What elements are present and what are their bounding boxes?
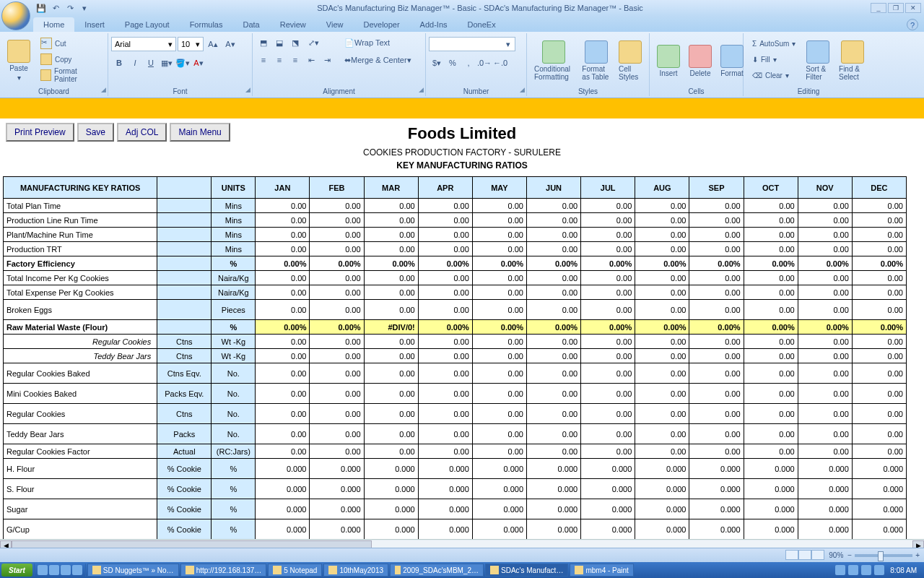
cell-value[interactable]: 0.00 xyxy=(635,349,689,363)
cell-value[interactable]: 0.00 xyxy=(852,363,906,384)
italic-button[interactable]: I xyxy=(127,56,143,70)
currency-button[interactable]: $▾ xyxy=(429,56,445,70)
cell-value[interactable]: 0.00 xyxy=(364,213,418,228)
cell-value[interactable]: 0.00 xyxy=(744,213,798,228)
cell-value[interactable]: 0.00% xyxy=(418,320,472,335)
cell-value[interactable]: 0.00 xyxy=(798,363,852,384)
cell-value[interactable]: 0.00 xyxy=(364,444,418,459)
cell-value[interactable]: 0.000 xyxy=(581,499,635,519)
cell-value[interactable]: 0.00 xyxy=(581,242,635,256)
cell-value[interactable]: 0.00 xyxy=(472,228,526,242)
minimize-button[interactable]: _ xyxy=(871,3,886,13)
cell-value[interactable]: 0.00 xyxy=(852,349,906,363)
zoom-in-button[interactable]: + xyxy=(915,551,920,559)
cell-value[interactable]: 0.00 xyxy=(310,444,364,459)
cell-value[interactable]: 0.00 xyxy=(310,384,364,404)
cell-value[interactable]: 0.00 xyxy=(852,424,906,444)
cell-value[interactable]: 0.00 xyxy=(418,300,472,320)
cell-value[interactable]: 0.000 xyxy=(364,479,418,499)
help-icon[interactable]: ? xyxy=(907,19,918,30)
cell-value[interactable]: 0.00 xyxy=(364,335,418,349)
cell-value[interactable]: 0.00 xyxy=(798,228,852,242)
cell-value[interactable]: 0.000 xyxy=(635,479,689,499)
delete-cells-button[interactable]: Delete xyxy=(684,35,716,87)
cell-value[interactable]: 0.00 xyxy=(418,404,472,424)
table-row[interactable]: Plant/Machine Run TimeMins0.000.000.000.… xyxy=(4,228,907,242)
cell-value[interactable]: 0.00 xyxy=(256,404,310,424)
cell-value[interactable]: 0.000 xyxy=(364,459,418,479)
table-row[interactable]: Regular CookiesCtnsNo.0.000.000.000.000.… xyxy=(4,404,907,424)
cell-value[interactable]: 0.00 xyxy=(310,335,364,349)
taskbar-item[interactable]: SDAc's Manufact… xyxy=(485,564,568,577)
taskbar-item[interactable]: http://192.168.137… xyxy=(180,564,267,577)
tab-add-ins[interactable]: Add-Ins xyxy=(410,17,458,32)
cell-value[interactable]: 0.000 xyxy=(310,479,364,499)
cell-value[interactable]: 0.000 xyxy=(310,519,364,540)
cell-value[interactable]: 0.00 xyxy=(581,404,635,424)
cell-value[interactable]: 0.00 xyxy=(798,271,852,285)
cell-value[interactable]: 0.000 xyxy=(527,499,581,519)
table-row[interactable]: Total Expense Per Kg CookiesNaira/Kg0.00… xyxy=(4,285,907,300)
cell-value[interactable]: 0.00 xyxy=(418,199,472,213)
tab-doneex[interactable]: DoneEx xyxy=(458,17,506,32)
cell-value[interactable]: 0.00 xyxy=(310,242,364,256)
cell-value[interactable]: 0.00 xyxy=(798,384,852,404)
cell-value[interactable]: 0.00 xyxy=(472,335,526,349)
table-row[interactable]: G/Cup% Cookie%0.0000.0000.0000.0000.0000… xyxy=(4,519,907,540)
cell-value[interactable]: 0.00 xyxy=(472,424,526,444)
cell-value[interactable]: 0.000 xyxy=(256,499,310,519)
taskbar-item[interactable]: 5 Notepad xyxy=(268,564,322,577)
sort-filter-button[interactable]: Sort & Filter xyxy=(801,35,834,87)
cell-value[interactable]: 0.00 xyxy=(527,349,581,363)
font-name-select[interactable]: Arial▾ xyxy=(111,37,176,51)
quick-launch[interactable] xyxy=(34,564,86,577)
cell-value[interactable]: 0.00 xyxy=(744,271,798,285)
cell-value[interactable]: 0.00 xyxy=(256,349,310,363)
table-row[interactable]: Total Plan TimeMins0.000.000.000.000.000… xyxy=(4,199,907,213)
cell-value[interactable]: 0.00 xyxy=(472,199,526,213)
cell-value[interactable]: 0.00% xyxy=(635,256,689,271)
autosum-button[interactable]: Σ AutoSum ▾ xyxy=(749,36,798,51)
cell-value[interactable]: 0.00 xyxy=(798,404,852,424)
adj-col-button[interactable]: Adj COL xyxy=(117,123,167,142)
cell-value[interactable]: 0.00 xyxy=(310,300,364,320)
cell-value[interactable]: 0.00 xyxy=(256,242,310,256)
cell-value[interactable]: 0.00 xyxy=(744,444,798,459)
table-row[interactable]: Production Line Run TimeMins0.000.000.00… xyxy=(4,213,907,228)
cell-value[interactable]: 0.000 xyxy=(689,459,744,479)
cell-value[interactable]: 0.00 xyxy=(310,228,364,242)
table-row[interactable]: Production TRTMins0.000.000.000.000.000.… xyxy=(4,242,907,256)
cell-value[interactable]: 0.00 xyxy=(364,424,418,444)
cell-value[interactable]: 0.000 xyxy=(364,499,418,519)
cell-value[interactable]: 0.00 xyxy=(364,384,418,404)
cell-value[interactable]: 0.00 xyxy=(635,384,689,404)
cell-value[interactable]: 0.00 xyxy=(635,271,689,285)
cell-value[interactable]: 0.00 xyxy=(527,424,581,444)
tray-icon[interactable] xyxy=(874,565,884,575)
zoom-slider[interactable] xyxy=(855,554,912,557)
cell-value[interactable]: 0.000 xyxy=(418,499,472,519)
align-center-button[interactable]: ≡ xyxy=(271,53,287,67)
table-row[interactable]: H. Flour% Cookie%0.0000.0000.0000.0000.0… xyxy=(4,459,907,479)
cell-value[interactable]: 0.00 xyxy=(418,213,472,228)
cell-value[interactable]: 0.00 xyxy=(364,285,418,300)
cell-value[interactable]: 0.00 xyxy=(310,363,364,384)
cell-value[interactable]: 0.00 xyxy=(689,213,744,228)
table-row[interactable]: Total Income Per Kg CookiesNaira/Kg0.000… xyxy=(4,271,907,285)
cell-value[interactable]: 0.000 xyxy=(852,499,906,519)
cell-value[interactable]: 0.00 xyxy=(256,213,310,228)
tab-data[interactable]: Data xyxy=(232,17,269,32)
cell-value[interactable]: 0.00 xyxy=(527,242,581,256)
cell-value[interactable]: 0.00 xyxy=(310,285,364,300)
cell-value[interactable]: 0.00% xyxy=(256,256,310,271)
cell-value[interactable]: 0.00 xyxy=(364,242,418,256)
cell-value[interactable]: 0.00 xyxy=(798,213,852,228)
cell-value[interactable]: 0.00 xyxy=(744,404,798,424)
cell-value[interactable]: 0.00 xyxy=(364,228,418,242)
cell-value[interactable]: 0.00% xyxy=(852,256,906,271)
cell-value[interactable]: 0.00 xyxy=(852,300,906,320)
cell-value[interactable]: 0.000 xyxy=(581,519,635,540)
cell-value[interactable]: 0.00% xyxy=(364,256,418,271)
cell-value[interactable]: 0.00 xyxy=(472,213,526,228)
cell-value[interactable]: 0.00 xyxy=(689,228,744,242)
